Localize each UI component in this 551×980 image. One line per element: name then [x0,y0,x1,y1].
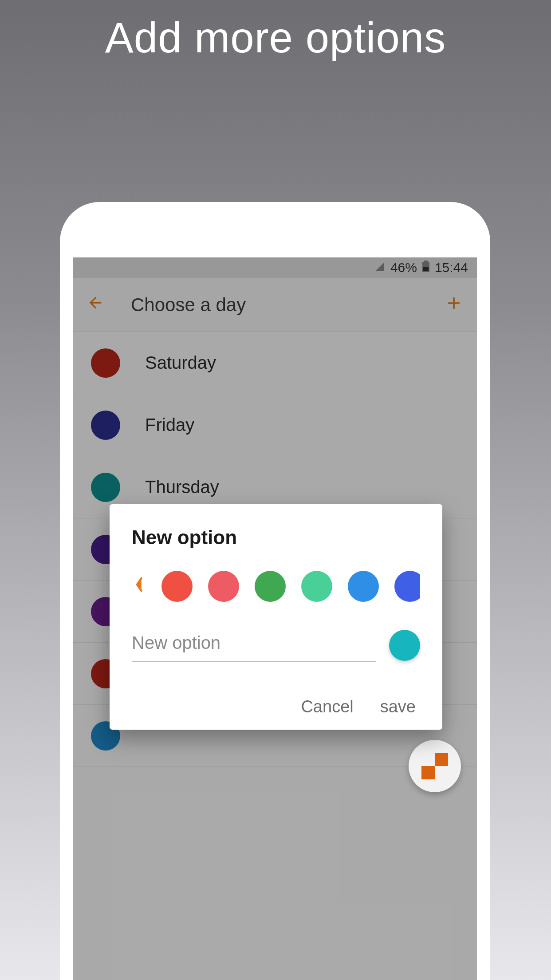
selected-color-dot[interactable] [389,630,420,661]
pinwheel-icon [421,753,448,779]
color-swatch[interactable] [394,571,420,602]
color-swatch[interactable] [161,571,193,602]
color-swatch[interactable] [301,571,332,602]
color-swatch[interactable] [348,571,379,602]
cancel-button[interactable]: Cancel [301,697,353,716]
color-swatch[interactable] [208,571,239,602]
save-button[interactable]: save [380,697,416,716]
color-picker-row [132,571,420,602]
option-name-input[interactable] [132,628,376,662]
phone-screen: 46% 15:44 Choose a day Saturday Friday [73,257,477,980]
dialog-title: New option [132,526,420,549]
chevron-left-icon[interactable] [132,577,146,596]
dialog-actions: Cancel save [132,697,420,716]
color-swatch[interactable] [255,571,286,602]
promo-title: Add more options [0,0,551,62]
phone-frame: 46% 15:44 Choose a day Saturday Friday [60,202,490,980]
new-option-dialog: New option Cancel save [110,504,442,730]
input-row [132,628,420,662]
fab-button[interactable] [409,740,461,792]
